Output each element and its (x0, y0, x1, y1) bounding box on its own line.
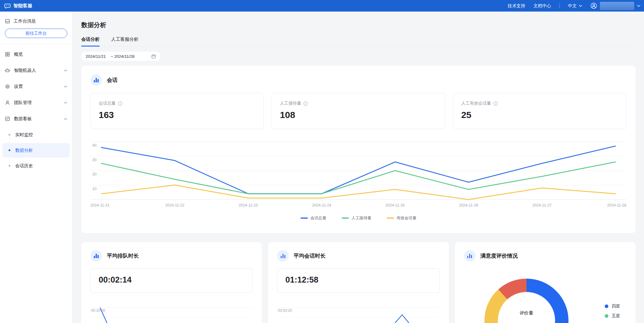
legend-item-agent-received[interactable]: 人工接待量 (342, 215, 371, 221)
svg-text:40: 40 (92, 143, 97, 148)
session-card-title: 会话 (107, 76, 118, 84)
sidebar-divider (0, 44, 72, 44)
duration-time-value: 01:12:58 (285, 275, 431, 285)
user-avatar-icon (590, 2, 597, 9)
session-stats-row: 会话总量 163 人工接待量 108 (90, 93, 626, 129)
bar-chart-icon (90, 74, 102, 86)
satisfaction-card-title: 满意度评价情况 (480, 252, 518, 259)
tab-bar: 会话分析 人工客服分析 (81, 36, 635, 47)
sidebar-subnav: 实时监控 数据分析 会话历史 (2, 127, 70, 173)
calendar-icon (151, 54, 156, 59)
session-overview-card: 会话 会话总量 163 人工接待量 (81, 66, 635, 233)
sidebar-item-label: 工作台消息 (14, 18, 36, 24)
info-icon[interactable] (118, 101, 122, 106)
stat-label: 会话总量 (99, 101, 255, 106)
doc-center-link[interactable]: 文档中心 (533, 3, 551, 9)
svg-text:10: 10 (92, 187, 97, 191)
stat-value: 25 (461, 110, 618, 120)
account-menu[interactable] (590, 2, 640, 10)
duration-time-box: 01:12:58 (277, 268, 439, 293)
chevron-down-icon (64, 69, 67, 72)
svg-text:2024-11-28: 2024-11-28 (607, 203, 626, 207)
sidebar-item-label: 数据分析 (15, 148, 33, 153)
satisfaction-legend: 四星 五星 (605, 304, 620, 319)
tech-support-link[interactable]: 技术支持 (508, 3, 525, 9)
sidebar-item-label: 会话历史 (15, 163, 33, 169)
legend-dot (605, 314, 608, 318)
svg-text:2024-11-24: 2024-11-24 (312, 203, 331, 207)
duration-card-title: 平均会话时长 (294, 252, 326, 259)
topbar: 智能客服 技术支持 文档中心 中文 (0, 0, 644, 12)
sidebar-item-label: 数据看板 (14, 116, 32, 122)
sidebar-item-dashboard[interactable]: 数据看板 (0, 111, 72, 127)
avg-session-time-card: 平均会话时长 01:12:58 03:53:20 (268, 242, 449, 323)
app-root: 智能客服 技术支持 文档中心 中文 (0, 0, 644, 323)
sidebar-item-session-history[interactable]: 会话历史 (2, 158, 70, 173)
stat-card-total-sessions: 会话总量 163 (90, 93, 264, 129)
stat-card-agent-received: 人工接待量 108 (272, 93, 445, 129)
bar-chart-icon (277, 250, 289, 262)
session-trend-chart: 403020102024-11-212024-11-222024-11-2320… (90, 136, 626, 214)
sidebar-item-settings[interactable]: 设置 (0, 78, 72, 95)
legend-item-four-star[interactable]: 四星 (605, 304, 620, 309)
tab-agent-analysis[interactable]: 人工客服分析 (111, 36, 139, 47)
info-icon[interactable] (303, 101, 308, 106)
date-range-picker[interactable]: 2024/11/21 ~ 2024/11/28 (81, 52, 160, 61)
dashboard-chart-icon (5, 116, 10, 122)
language-selector[interactable]: 中文 (568, 3, 582, 9)
info-icon[interactable] (493, 101, 498, 106)
chevron-up-icon (64, 118, 67, 120)
svg-text:2024-11-25: 2024-11-25 (385, 203, 405, 207)
bullet-icon (9, 165, 10, 167)
stat-card-agent-valid-sessions: 人工有效会话量 25 (453, 93, 626, 129)
svg-text:2024-11-22: 2024-11-22 (165, 203, 185, 207)
sidebar-item-overview[interactable]: 概览 (0, 46, 72, 62)
chevron-down-icon (64, 102, 67, 104)
sidebar-item-label: 智能机器人 (14, 68, 36, 73)
robot-icon (5, 68, 10, 73)
stat-label: 人工接待量 (280, 101, 437, 106)
avg-queue-time-card: 平均排队时长 00:02:14 00:10:00 (81, 242, 262, 323)
date-range: ~ 2024/11/28 (111, 54, 135, 59)
satisfaction-center-label: 评价量 (519, 310, 533, 316)
bar-chart-icon (464, 250, 476, 262)
satisfaction-card: 满意度评价情况 评价量 四星 五星 (455, 242, 635, 323)
team-icon (5, 100, 10, 106)
svg-text:20: 20 (92, 172, 97, 176)
legend-line-marker (301, 217, 308, 219)
go-to-workbench-button[interactable]: 前往工作台 (5, 29, 67, 38)
stat-label: 人工有效会话量 (461, 101, 618, 106)
legend-item-total-sessions[interactable]: 会话总量 (301, 215, 326, 221)
svg-text:2024-11-27: 2024-11-27 (532, 203, 551, 207)
bullet-icon (9, 134, 10, 136)
sidebar-item-label: 团队管理 (14, 100, 32, 106)
topbar-divider (559, 3, 560, 8)
queue-time-box: 00:02:14 (90, 268, 253, 293)
stat-value: 163 (99, 110, 255, 120)
app-logo: 智能客服 (0, 3, 32, 9)
language-label: 中文 (568, 3, 577, 9)
main-content: 数据分析 会话分析 人工客服分析 2024/11/21 ~ 2024/11/28… (73, 12, 644, 323)
legend-item-valid-sessions[interactable]: 有效会话量 (387, 215, 417, 221)
sidebar-item-realtime-monitor[interactable]: 实时监控 (2, 127, 70, 142)
legend-line-marker (342, 217, 349, 219)
inbox-tray-icon (5, 18, 10, 24)
chat-bubble-logo-icon (4, 3, 11, 9)
bottom-cards-row: 平均排队时长 00:02:14 00:10:00 平均会话时长 01:12:58 (81, 242, 635, 323)
session-chart-legend: 会话总量 人工接待量 有效会话量 (90, 215, 626, 221)
sidebar-item-label: 设置 (14, 84, 23, 89)
sidebar-item-robot[interactable]: 智能机器人 (0, 62, 72, 78)
svg-text:2024-11-21: 2024-11-21 (90, 203, 110, 207)
grid-icon (5, 51, 10, 57)
page-title: 数据分析 (81, 21, 635, 29)
gear-icon (5, 84, 10, 89)
sidebar-item-team[interactable]: 团队管理 (0, 95, 72, 111)
sidebar-item-label: 实时监控 (15, 132, 33, 138)
chevron-down-icon (579, 5, 582, 7)
stat-value: 108 (280, 110, 437, 120)
sidebar-item-workbench-messages[interactable]: 工作台消息 (0, 12, 72, 24)
tab-session-analysis[interactable]: 会话分析 (81, 36, 100, 47)
legend-item-five-star[interactable]: 五星 (605, 313, 620, 319)
sidebar-item-data-analysis[interactable]: 数据分析 (2, 143, 70, 158)
queue-mini-chart: 00:10:00 (90, 306, 253, 323)
